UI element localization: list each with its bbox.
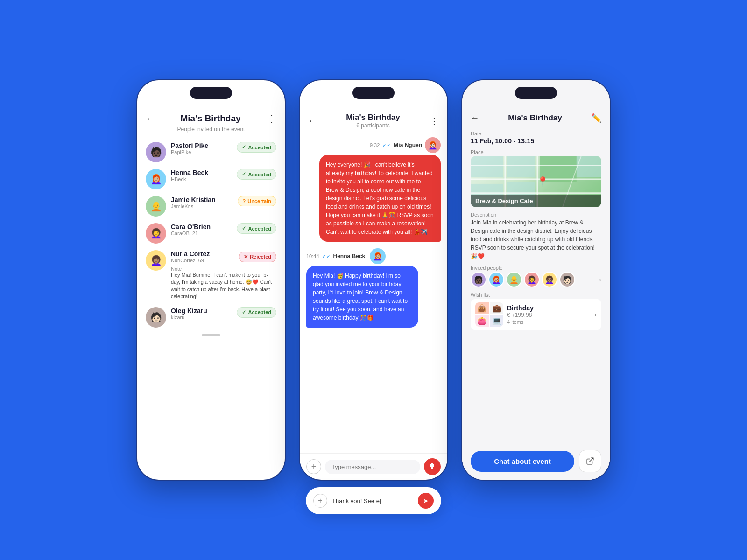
wishlist-count: 4 items — [507, 319, 591, 325]
invited-avatar: 👩🏽‍🦱 — [542, 272, 557, 287]
avatar: 🧑🏿 — [146, 142, 166, 162]
date-value: 11 Feb, 10:00 - 13:15 — [471, 137, 601, 145]
date-label: Date — [471, 131, 601, 136]
add-attachment-button[interactable]: + — [306, 459, 321, 474]
status-badge: ✓Accepted — [237, 169, 276, 180]
message-bubble: Hey Mia! 🥳 Happy birthday! I'm so glad y… — [306, 266, 418, 328]
message-bubble: Hey everyone! 🎉 I can't believe it's alr… — [319, 155, 441, 242]
map-container[interactable]: 📍 Brew & Design Cafe — [471, 156, 601, 207]
invited-chevron-icon[interactable]: › — [599, 276, 601, 283]
phone-left: ← Mia's Birthday ⋮ People invited on the… — [136, 79, 286, 481]
invited-avatar: 🧑🏿 — [471, 272, 486, 287]
wishlist-label: Wish list — [471, 292, 601, 298]
chat-input-area: + 🎙 — [300, 453, 447, 480]
left-phone-title: Mia's Birthday — [180, 113, 240, 124]
invited-avatar: 👩‍🦱 — [524, 272, 540, 287]
wishlist-price: € 7199.98 — [507, 312, 591, 318]
avatar: 🧑‍🦲 — [146, 196, 166, 217]
avatar: 🧑🏻 — [146, 307, 166, 328]
person-name: Oleg Kizaru — [171, 307, 232, 315]
right-footer: Chat about event — [462, 445, 610, 480]
status-badge: ✓Accepted — [237, 142, 276, 153]
floating-send-button[interactable]: ➤ — [418, 493, 434, 509]
svg-rect-0 — [471, 156, 503, 177]
wishlist-chevron-icon[interactable]: › — [594, 311, 597, 318]
more-menu-center[interactable]: ⋮ — [430, 115, 439, 126]
center-phone-subtitle: 6 participants — [346, 122, 400, 129]
avatar: 👩‍🦱 — [146, 223, 166, 244]
message-avatar: 👩🏻‍🦰 — [425, 137, 441, 153]
message-time: 9:32 — [370, 142, 380, 148]
wishlist-images: 👜 💼 👛 💻 — [475, 302, 503, 327]
message-avatar: 👩🏼‍🦰 — [370, 248, 386, 264]
avatar: 👩🏽‍🦱 — [146, 250, 166, 271]
message-input[interactable] — [325, 460, 420, 474]
list-item: 🧑‍🦲 Jamie Kristian JamieKris ?Uncertain — [146, 196, 276, 217]
chat-area: 👩🏻‍🦰 Mia Nguen ✓✓ 9:32 Hey everyone! 🎉 I… — [300, 133, 447, 453]
status-badge: ✓Accepted — [237, 307, 276, 318]
invited-section: Invited people 🧑🏿 👩🏼‍🦰 🧑‍🦲 👩‍🦱 👩🏽‍🦱 🧑🏻 › — [471, 265, 601, 287]
message-item: 10:44 ✓✓ Henna Beck 👩🏼‍🦰 Hey Mia! 🥳 Happ… — [306, 248, 441, 328]
person-name: Nuria Cortez — [171, 250, 210, 258]
date-section: Date 11 Feb, 10:00 - 13:15 — [471, 131, 601, 145]
more-menu-left[interactable]: ⋮ — [267, 113, 276, 124]
status-badge: ✓Accepted — [237, 223, 276, 234]
person-handle: JamieKris — [171, 203, 233, 209]
notch-center — [352, 87, 395, 99]
wish-img-1: 👜 — [475, 302, 489, 314]
phone-right: ← Mia's Birthday ✏️ Date 11 Feb, 10:00 -… — [461, 79, 611, 481]
note-text: Hey Mia! Bummer I can't make it to your … — [171, 272, 276, 301]
person-name: Henna Beck — [171, 169, 232, 176]
person-handle: kizaru — [171, 315, 232, 320]
message-sender: Henna Beck — [333, 253, 366, 259]
right-phone-title: Mia's Birthday — [508, 113, 562, 123]
svg-line-12 — [590, 458, 593, 462]
floating-input-text[interactable]: Thank you! See e| — [332, 497, 413, 504]
description-label: Description — [471, 212, 601, 217]
list-item: 🧑🏻 Oleg Kizaru kizaru ✓Accepted — [146, 307, 276, 328]
back-arrow-left[interactable]: ← — [146, 114, 154, 124]
phone-center: ← Mia's Birthday 6 participants ⋮ 👩🏻‍🦰 M… — [299, 79, 448, 481]
scroll-indicator — [202, 334, 220, 336]
back-arrow-center[interactable]: ← — [308, 116, 317, 126]
invited-avatar: 🧑🏻 — [559, 272, 575, 287]
chat-about-event-button[interactable]: Chat about event — [471, 451, 574, 472]
svg-rect-1 — [507, 156, 535, 177]
description-section: Description Join Mia in celebrating her … — [471, 212, 601, 260]
avatar: 👩🏼‍🦰 — [146, 169, 166, 189]
share-icon — [586, 457, 594, 465]
list-item: 👩🏼‍🦰 Henna Beck HBeck ✓Accepted — [146, 169, 276, 189]
share-button[interactable] — [579, 450, 601, 472]
place-name: Brew & Design Cafe — [471, 195, 601, 207]
person-name: Cara O'Brien — [171, 223, 232, 231]
list-item: 👩‍🦱 Cara O'Brien CaraOB_21 ✓Accepted — [146, 223, 276, 244]
invited-avatar: 🧑‍🦲 — [506, 272, 522, 287]
place-section: Place — [471, 149, 601, 207]
message-time: 10:44 — [306, 253, 319, 259]
wish-img-3: 👛 — [475, 315, 489, 327]
edit-button[interactable]: ✏️ — [591, 113, 601, 123]
map-pin: 📍 — [537, 176, 549, 187]
floating-add-button[interactable]: + — [313, 494, 327, 508]
person-name: Pastori Pike — [171, 142, 232, 149]
floating-input-container: + Thank you! See e| ➤ — [306, 487, 441, 514]
left-phone-subtitle: People invited on the event — [146, 126, 276, 133]
person-handle: NuriCortez_69 — [171, 258, 210, 263]
invited-avatar: 👩🏼‍🦰 — [488, 272, 504, 287]
person-handle: CaraOB_21 — [171, 231, 232, 236]
message-item: 👩🏻‍🦰 Mia Nguen ✓✓ 9:32 Hey everyone! 🎉 I… — [306, 137, 441, 242]
wish-img-2: 💼 — [490, 302, 504, 314]
person-name: Jamie Kristian — [171, 196, 233, 203]
notch-right — [515, 87, 557, 99]
wishlist-item[interactable]: 👜 💼 👛 💻 Birthday € 7199.98 4 items › — [471, 299, 601, 330]
list-item: 🧑🏿 Pastori Pike PapiPike ✓Accepted — [146, 142, 276, 162]
microphone-button[interactable]: 🎙 — [424, 458, 441, 475]
description-text: Join Mia in celebrating her birthday at … — [471, 218, 601, 260]
back-arrow-right[interactable]: ← — [471, 113, 479, 123]
wish-img-4: 💻 — [490, 315, 504, 327]
notch-left — [190, 87, 232, 99]
invited-label: Invited people — [471, 265, 601, 271]
read-receipts: ✓✓ — [322, 253, 331, 259]
status-badge: ✕Rejected — [239, 252, 276, 262]
wishlist-title: Birthday — [507, 304, 591, 312]
